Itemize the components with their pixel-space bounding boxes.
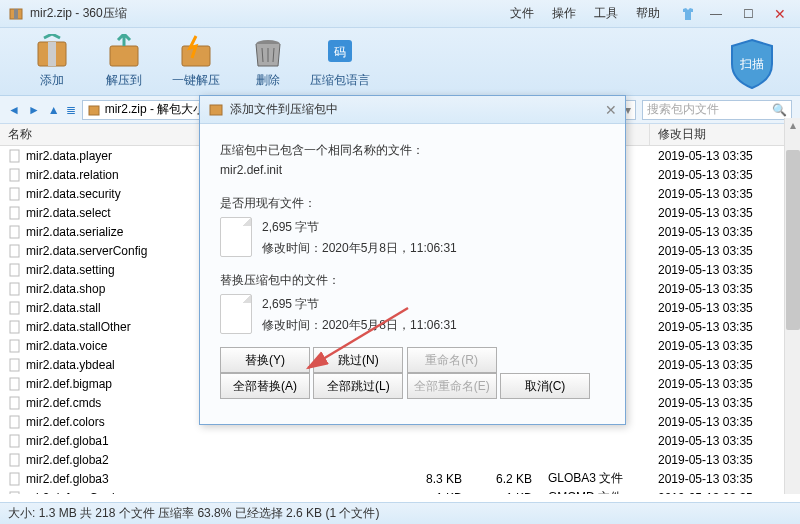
minimize-button[interactable]: — bbox=[704, 6, 728, 22]
extract-to-button[interactable]: 解压到 bbox=[88, 34, 160, 89]
rename-all-button[interactable]: 全部重命名(E) bbox=[407, 373, 497, 399]
statusbar: 大小: 1.3 MB 共 218 个文件 压缩率 63.8% 已经选择 2.6 … bbox=[0, 502, 800, 524]
delete-icon bbox=[248, 34, 288, 70]
archive-icon bbox=[87, 103, 101, 117]
svg-rect-35 bbox=[210, 105, 222, 115]
close-button[interactable]: ✕ bbox=[768, 6, 792, 22]
svg-rect-32 bbox=[10, 492, 19, 495]
table-row[interactable]: mir2.def.gmCmd1 KB1 KBGMCMD 文件2019-05-13… bbox=[0, 488, 800, 494]
svg-rect-18 bbox=[10, 226, 19, 238]
svg-rect-16 bbox=[10, 188, 19, 200]
file-icon bbox=[8, 434, 22, 448]
table-row[interactable]: mir2.def.globa38.3 KB6.2 KBGLOBA3 文件2019… bbox=[0, 469, 800, 488]
svg-rect-3 bbox=[48, 42, 56, 66]
table-row[interactable]: mir2.def.globa22019-05-13 03:35 bbox=[0, 450, 800, 469]
scrollbar[interactable]: ▴ bbox=[784, 118, 800, 494]
svg-rect-23 bbox=[10, 321, 19, 333]
file-icon bbox=[8, 320, 22, 334]
menu-help[interactable]: 帮助 bbox=[636, 5, 660, 22]
file-icon bbox=[8, 187, 22, 201]
svg-rect-29 bbox=[10, 435, 19, 447]
file-icon bbox=[8, 301, 22, 315]
file-icon bbox=[8, 358, 22, 372]
file-icon bbox=[8, 377, 22, 391]
replace-all-button[interactable]: 全部替换(A) bbox=[220, 373, 310, 399]
menu-operate[interactable]: 操作 bbox=[552, 5, 576, 22]
svg-text:扫描: 扫描 bbox=[739, 57, 764, 71]
maximize-button[interactable]: ☐ bbox=[736, 6, 760, 22]
dialog-q1: 是否用现有文件： bbox=[220, 193, 605, 213]
titlebar: mir2.zip - 360压缩 文件 操作 工具 帮助 — ☐ ✕ bbox=[0, 0, 800, 28]
add-icon bbox=[32, 34, 72, 70]
dialog-title: 添加文件到压缩包中 bbox=[230, 101, 605, 118]
view-list-icon[interactable]: ≣ bbox=[66, 103, 76, 117]
lang-button[interactable]: 码 压缩包语言 bbox=[304, 34, 376, 89]
search-icon[interactable]: 🔍 bbox=[772, 103, 787, 117]
oneclick-icon bbox=[176, 34, 216, 70]
svg-rect-21 bbox=[10, 283, 19, 295]
file-icon bbox=[8, 225, 22, 239]
file-icon bbox=[8, 244, 22, 258]
file-icon bbox=[8, 206, 22, 220]
file-icon bbox=[8, 396, 22, 410]
dialog-filename: mir2.def.init bbox=[220, 160, 605, 180]
file-icon bbox=[8, 282, 22, 296]
svg-rect-22 bbox=[10, 302, 19, 314]
svg-rect-19 bbox=[10, 245, 19, 257]
svg-rect-28 bbox=[10, 416, 19, 428]
skip-button[interactable]: 跳过(N) bbox=[313, 347, 403, 373]
nav-back-button[interactable]: ◄ bbox=[8, 103, 20, 117]
dialog-close-button[interactable]: ✕ bbox=[605, 102, 617, 118]
toolbar: 添加 解压到 一键解压 删除 码 压缩包语言 扫描 bbox=[0, 28, 800, 96]
rename-button[interactable]: 重命名(R) bbox=[407, 347, 497, 373]
dialog-line1: 压缩包中已包含一个相同名称的文件： bbox=[220, 140, 605, 160]
lang-icon: 码 bbox=[320, 34, 360, 70]
skip-all-button[interactable]: 全部跳过(L) bbox=[313, 373, 403, 399]
dialog-icon bbox=[208, 102, 224, 118]
file-icon bbox=[8, 263, 22, 277]
svg-rect-4 bbox=[110, 46, 138, 66]
scroll-thumb[interactable] bbox=[786, 150, 800, 330]
svg-rect-13 bbox=[89, 106, 99, 115]
col-date[interactable]: 修改日期 bbox=[650, 124, 790, 145]
file-icon bbox=[8, 472, 22, 486]
extract-icon bbox=[104, 34, 144, 70]
file-icon bbox=[8, 149, 22, 163]
scan-button[interactable]: 扫描 bbox=[724, 36, 780, 95]
menu-file[interactable]: 文件 bbox=[510, 5, 534, 22]
one-click-extract-button[interactable]: 一键解压 bbox=[160, 34, 232, 89]
file-icon bbox=[8, 168, 22, 182]
file-icon bbox=[220, 294, 252, 334]
svg-rect-17 bbox=[10, 207, 19, 219]
svg-rect-26 bbox=[10, 378, 19, 390]
svg-rect-25 bbox=[10, 359, 19, 371]
svg-rect-1 bbox=[14, 9, 18, 19]
dialog-q2: 替换压缩包中的文件： bbox=[220, 270, 605, 290]
svg-rect-20 bbox=[10, 264, 19, 276]
table-row[interactable]: mir2.def.globa12019-05-13 03:35 bbox=[0, 431, 800, 450]
file-icon bbox=[8, 453, 22, 467]
add-file-dialog: 添加文件到压缩包中 ✕ 压缩包中已包含一个相同名称的文件： mir2.def.i… bbox=[199, 95, 626, 425]
nav-forward-button[interactable]: ► bbox=[28, 103, 40, 117]
app-icon bbox=[8, 6, 24, 22]
cancel-button[interactable]: 取消(C) bbox=[500, 373, 590, 399]
svg-text:码: 码 bbox=[334, 45, 346, 59]
search-input[interactable]: 搜索包内文件 🔍 bbox=[642, 100, 792, 120]
skin-icon[interactable] bbox=[680, 6, 696, 22]
nav-up-button[interactable]: ▲ bbox=[48, 103, 60, 117]
svg-rect-24 bbox=[10, 340, 19, 352]
delete-button[interactable]: 删除 bbox=[232, 34, 304, 89]
file-icon bbox=[220, 217, 252, 257]
add-button[interactable]: 添加 bbox=[16, 34, 88, 89]
svg-rect-27 bbox=[10, 397, 19, 409]
svg-rect-14 bbox=[10, 150, 19, 162]
svg-rect-15 bbox=[10, 169, 19, 181]
svg-rect-30 bbox=[10, 454, 19, 466]
svg-rect-31 bbox=[10, 473, 19, 485]
file-icon bbox=[8, 415, 22, 429]
window-title: mir2.zip - 360压缩 bbox=[30, 5, 510, 22]
replace-button[interactable]: 替换(Y) bbox=[220, 347, 310, 373]
file-icon bbox=[8, 491, 22, 495]
file-icon bbox=[8, 339, 22, 353]
menu-tool[interactable]: 工具 bbox=[594, 5, 618, 22]
